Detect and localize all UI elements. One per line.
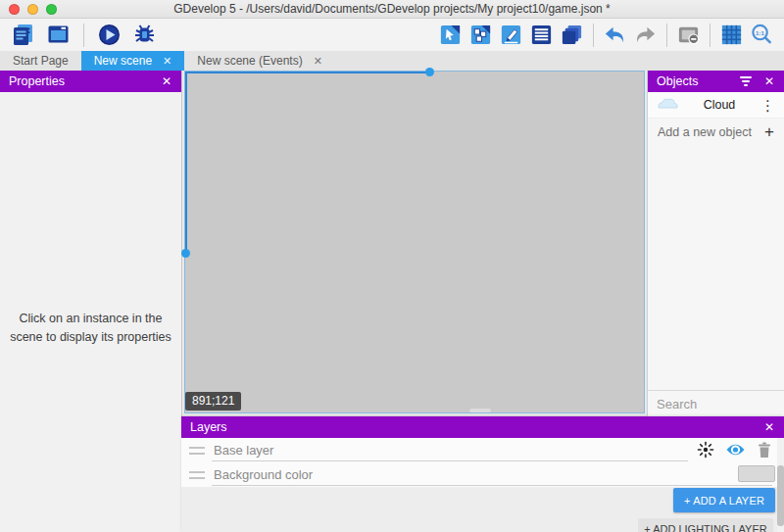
- layers-scrollbar-thumb[interactable]: [777, 465, 784, 526]
- close-icon[interactable]: ✕: [163, 56, 172, 67]
- visibility-eye-icon[interactable]: [725, 442, 746, 458]
- selection-edge-left: [185, 72, 187, 254]
- window-mask-icon[interactable]: [676, 23, 701, 47]
- close-icon[interactable]: ✕: [763, 420, 775, 434]
- scene-canvas[interactable]: 891;121: [184, 71, 645, 413]
- undo-icon[interactable]: [603, 23, 627, 47]
- selection-handle-top[interactable]: [425, 68, 434, 76]
- titlebar: GDevelop 5 - /Users/david/Documents/GDev…: [0, 0, 784, 19]
- toolbar-separator: [710, 24, 710, 47]
- properties-panel-header: Properties ✕: [0, 71, 181, 92]
- maximize-window-button[interactable]: [46, 4, 57, 15]
- horizontal-scrollbar-thumb[interactable]: [469, 409, 491, 412]
- play-icon[interactable]: [96, 22, 122, 48]
- tab-label: New scene (Events): [197, 51, 302, 71]
- plus-icon: +: [764, 122, 774, 142]
- add-object-label: Add a new object: [658, 125, 752, 139]
- tab-new-scene[interactable]: New scene ✕: [81, 51, 185, 71]
- layers-panel-header: Layers ✕: [181, 416, 784, 438]
- tab-bar: Start Page New scene ✕ New scene (Events…: [0, 51, 784, 71]
- properties-pencil-icon[interactable]: [499, 23, 523, 47]
- layer-row-background-color: Background color: [181, 462, 784, 487]
- properties-empty-message: Click on an instance in the scene to dis…: [0, 310, 181, 347]
- zoom-ratio-icon[interactable]: 1:1: [750, 23, 774, 47]
- tab-start-page[interactable]: Start Page: [0, 51, 81, 71]
- layers-scrollbar: [777, 438, 784, 532]
- objects-editor-icon[interactable]: [438, 23, 463, 47]
- selection-edge-top: [185, 72, 430, 73]
- layer-name-field[interactable]: Base layer: [212, 440, 688, 461]
- effects-icon[interactable]: [697, 441, 714, 459]
- close-icon[interactable]: ✕: [763, 74, 775, 88]
- layer-row-base: Base layer: [181, 438, 784, 462]
- tab-label: New scene: [94, 51, 152, 71]
- toolbar-right-group: 1:1: [438, 23, 774, 47]
- close-icon[interactable]: ✕: [161, 74, 172, 88]
- delete-trash-icon[interactable]: [757, 441, 772, 459]
- toolbar-separator: [593, 24, 594, 47]
- toolbar-separator: [83, 24, 84, 47]
- layers-panel-title: Layers: [190, 420, 227, 434]
- add-new-object-button[interactable]: Add a new object +: [648, 119, 784, 145]
- cursor-coordinates-label: 891;121: [185, 392, 241, 411]
- svg-text:1:1: 1:1: [756, 29, 765, 36]
- layer-name-field[interactable]: Background color: [212, 464, 772, 486]
- object-name: Cloud: [680, 98, 759, 112]
- layers-editor-icon[interactable]: [560, 23, 584, 47]
- tab-new-scene-events[interactable]: New scene (Events) ✕: [184, 51, 335, 71]
- object-groups-icon[interactable]: [468, 23, 493, 47]
- close-window-button[interactable]: [9, 4, 20, 15]
- tab-label: Start Page: [13, 51, 69, 71]
- background-color-swatch[interactable]: [738, 465, 775, 482]
- cloud-object-icon: [655, 95, 680, 115]
- layers-panel: Layers ✕ Base layer: [181, 416, 784, 532]
- debug-icon[interactable]: [131, 22, 158, 48]
- search-input[interactable]: [657, 397, 784, 411]
- more-options-icon[interactable]: ⋮: [759, 98, 777, 113]
- toolbar-left-group: [10, 22, 158, 48]
- drag-handle-icon[interactable]: [189, 447, 205, 455]
- drag-handle-icon[interactable]: [189, 471, 205, 479]
- gdevelop-window: GDevelop 5 - /Users/david/Documents/GDev…: [0, 0, 784, 532]
- objects-panel: Objects ✕ Cloud ⋮ Add a new object +: [647, 71, 784, 416]
- add-lighting-layer-button[interactable]: + ADD LIGHTING LAYER: [638, 518, 773, 532]
- properties-panel-title: Properties: [9, 74, 65, 88]
- traffic-lights: [9, 4, 57, 15]
- redo-icon[interactable]: [633, 23, 658, 47]
- add-layer-button[interactable]: + ADD A LAYER: [673, 488, 775, 512]
- close-icon[interactable]: ✕: [314, 56, 322, 67]
- instances-list-icon[interactable]: [529, 23, 554, 47]
- toolbar-separator: [666, 24, 667, 47]
- window-icon[interactable]: [45, 22, 72, 48]
- properties-panel: Properties ✕ Click on an instance in the…: [0, 71, 182, 532]
- grid-icon[interactable]: [719, 23, 744, 47]
- object-row-cloud[interactable]: Cloud ⋮: [648, 92, 784, 119]
- toolbar: 1:1: [0, 19, 784, 51]
- minimize-window-button[interactable]: [27, 4, 38, 15]
- window-title: GDevelop 5 - /Users/david/Documents/GDev…: [173, 2, 611, 16]
- objects-search-row: [648, 390, 784, 416]
- filter-icon[interactable]: [740, 76, 752, 86]
- project-manager-icon[interactable]: [10, 22, 36, 48]
- objects-panel-header: Objects ✕: [648, 71, 784, 92]
- objects-panel-title: Objects: [657, 74, 698, 88]
- selection-handle-left[interactable]: [181, 249, 190, 258]
